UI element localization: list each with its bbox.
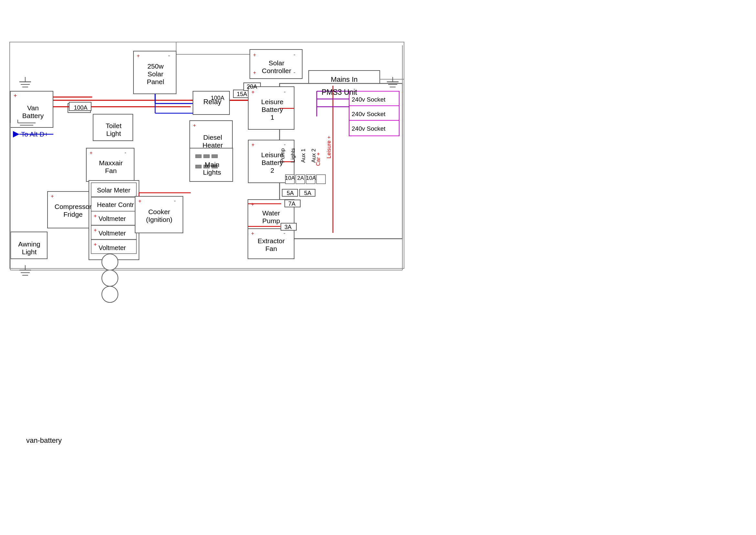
svg-point-71 [102, 270, 118, 286]
svg-rect-15 [349, 120, 399, 136]
light-detected-label: van-battery [26, 436, 62, 445]
240v-socket2-label: 240v Socket [352, 111, 397, 118]
svg-rect-29 [208, 94, 227, 101]
svg-text:+: + [253, 70, 256, 75]
2a-lights-label: 2A [296, 175, 305, 182]
svg-point-70 [102, 254, 118, 270]
pump-column-label: Pump [280, 149, 286, 163]
100a-relay-label: 100A [209, 95, 226, 101]
svg-rect-16 [10, 91, 53, 127]
cooker-label: Cooker(Ignition) [139, 208, 179, 223]
solar-meter-label: Solar Meter [97, 187, 130, 194]
svg-rect-78 [248, 229, 294, 259]
20a-label: 20A [245, 83, 259, 90]
leisure-battery-2-label: LeisureBattery2 [255, 151, 289, 174]
svg-text:-: - [293, 51, 295, 58]
solar-panel-label: 250wSolarPanel [137, 62, 174, 86]
svg-rect-58 [47, 191, 98, 228]
svg-rect-85 [316, 175, 325, 184]
240v-socket1-label: 240v Socket [352, 96, 397, 103]
svg-text:-: - [168, 52, 170, 59]
water-pump-label: WaterPump [252, 209, 290, 225]
svg-text:+: + [14, 93, 17, 99]
svg-rect-83 [296, 175, 305, 184]
svg-text:+: + [94, 213, 97, 219]
svg-rect-54 [212, 155, 218, 158]
svg-rect-86 [282, 189, 298, 196]
svg-text:-: - [284, 230, 285, 237]
svg-text:+: + [252, 142, 255, 148]
10a-aux1-label: 10A [306, 175, 316, 182]
solar-controller-label: SolarController [253, 59, 300, 75]
svg-text:+: + [193, 123, 196, 128]
svg-text:+: + [253, 52, 256, 58]
svg-rect-66 [91, 225, 136, 239]
svg-text:-: - [90, 193, 92, 199]
5a-2-label: 5A [301, 190, 314, 197]
svg-rect-88 [285, 200, 300, 207]
lights-column-label: Lights [290, 148, 296, 163]
svg-rect-28 [244, 83, 260, 91]
awning-light-label: AwningLight [14, 240, 44, 256]
svg-rect-89 [281, 223, 296, 230]
100a-main-label: 100A [72, 104, 90, 111]
leisure-battery-1-label: LeisureBattery1 [255, 98, 289, 121]
compressor-fridge-label: CompressorFridge [50, 203, 96, 218]
svg-rect-56 [203, 165, 209, 168]
relay-label: Relay [200, 98, 225, 106]
svg-rect-48 [86, 148, 134, 182]
maxxair-fan-label: MaxxairFan [90, 159, 132, 175]
svg-rect-23 [69, 102, 91, 111]
svg-rect-2 [68, 103, 91, 113]
svg-rect-44 [248, 140, 294, 183]
aux1-column-label: Aux 1 [300, 149, 307, 163]
svg-rect-73 [135, 196, 183, 233]
svg-rect-62 [91, 183, 136, 197]
15a-label: 15A [235, 91, 249, 98]
voltmeter3-label: Voltmeter [98, 244, 126, 252]
svg-text:+: + [137, 53, 140, 59]
voltmeter1-label: Voltmeter [98, 215, 126, 223]
svg-rect-52 [196, 155, 202, 158]
svg-marker-96 [13, 131, 19, 137]
svg-rect-27 [233, 90, 250, 98]
svg-rect-87 [300, 189, 315, 196]
van-battery-label: VanBattery [17, 104, 49, 120]
svg-text:-: - [284, 141, 286, 148]
svg-text:-: - [174, 198, 176, 204]
svg-text:-: - [124, 150, 126, 156]
svg-text:+: + [252, 89, 255, 95]
mains-in-label: Mains In [312, 75, 377, 84]
svg-rect-0 [10, 42, 404, 268]
svg-rect-82 [285, 175, 294, 184]
svg-rect-41 [248, 87, 294, 129]
svg-rect-57 [212, 165, 218, 168]
svg-rect-51 [190, 148, 233, 182]
svg-rect-33 [250, 49, 302, 79]
voltmeter2-label: Voltmeter [98, 230, 126, 237]
svg-rect-63 [91, 197, 136, 211]
svg-text:+: + [138, 198, 141, 204]
toilet-light-label: ToiletLight [97, 122, 130, 137]
svg-rect-64 [91, 211, 136, 225]
svg-text:-: - [284, 89, 286, 95]
svg-rect-12 [280, 83, 402, 239]
3a-label: 3A [281, 224, 295, 231]
svg-rect-13 [349, 91, 399, 107]
car-plus-label: Car + [315, 152, 322, 166]
svg-rect-61 [89, 181, 139, 260]
svg-rect-38 [193, 91, 230, 115]
svg-rect-30 [133, 51, 176, 94]
svg-rect-84 [306, 175, 315, 184]
svg-rect-81 [11, 232, 47, 259]
svg-rect-55 [196, 165, 202, 168]
5a-1-label: 5A [284, 190, 297, 197]
extractor-fan-label: ExtractorFan [252, 237, 290, 253]
leisure-plus-label: Leisure + [326, 136, 332, 158]
svg-text:+: + [251, 231, 254, 236]
svg-rect-14 [349, 106, 399, 121]
240v-socket3-label: 240v Socket [352, 125, 397, 132]
svg-text:+: + [51, 193, 54, 199]
svg-rect-47 [93, 114, 133, 141]
heater-contr-label: Heater Contr [97, 201, 134, 209]
